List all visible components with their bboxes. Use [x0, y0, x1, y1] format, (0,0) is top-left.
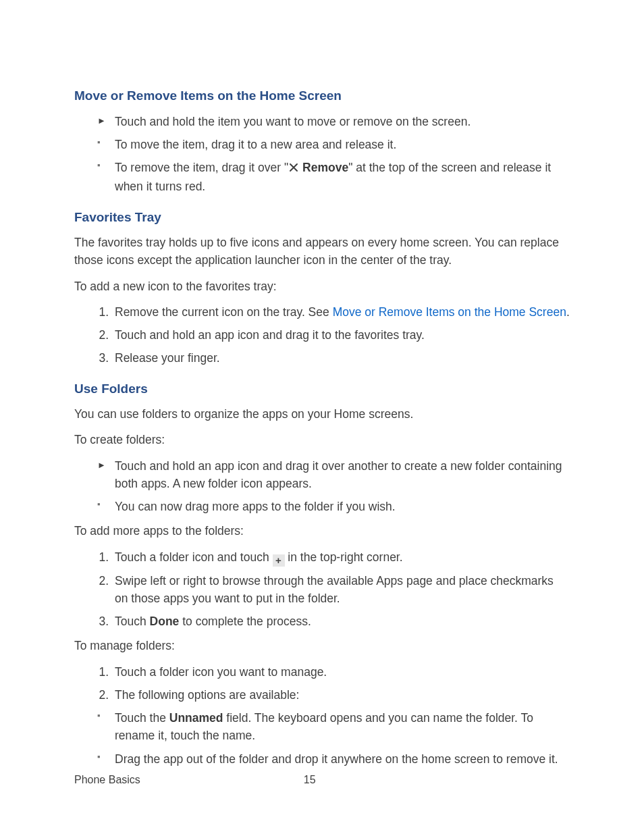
heading-move-remove: Move or Remove Items on the Home Screen	[74, 86, 570, 106]
text-fragment: To remove the item, drag it over "	[115, 161, 288, 174]
list-item: Remove the current icon on the tray. See…	[112, 303, 570, 321]
text-fragment: to complete the process.	[179, 615, 311, 628]
paragraph: To add a new icon to the favorites tray:	[74, 278, 570, 295]
footer-page-number: 15	[304, 772, 316, 788]
list-add-apps: Touch a folder icon and touch + in the t…	[74, 548, 570, 631]
link-move-remove-xref[interactable]: Move or Remove Items on the Home Screen	[333, 305, 566, 319]
list-move-remove-sub: To move the item, drag it to a new area …	[74, 136, 570, 196]
paragraph: To add more apps to the folders:	[74, 522, 570, 540]
list-item: Drag the app out of the folder and drop …	[112, 750, 570, 768]
close-x-icon	[288, 160, 299, 178]
unnamed-label: Unnamed	[169, 711, 223, 725]
text-fragment: .	[566, 305, 570, 319]
done-label: Done	[150, 615, 180, 628]
list-item: Swipe left or right to browse through th…	[112, 572, 570, 608]
list-item: Touch Done to complete the process.	[112, 613, 570, 630]
list-item: Touch and hold an app icon and drag it o…	[112, 457, 570, 493]
list-item: Touch a folder icon you want to manage.	[112, 663, 570, 681]
list-create-folder-sub: You can now drag more apps to the folder…	[74, 498, 570, 515]
list-item: The following options are available:	[112, 686, 570, 704]
list-item: Touch the Unnamed field. The keyboard op…	[112, 709, 570, 745]
paragraph: You can use folders to organize the apps…	[74, 405, 570, 423]
remove-label: Remove	[302, 161, 348, 174]
list-item: Touch and hold an app icon and drag it t…	[112, 326, 570, 344]
list-create-folder-top: Touch and hold an app icon and drag it o…	[74, 457, 570, 493]
footer-section-name: Phone Basics	[74, 772, 140, 788]
paragraph: The favorites tray holds up to five icon…	[74, 234, 570, 269]
list-move-remove-top: Touch and hold the item you want to move…	[74, 113, 570, 130]
list-item: Release your finger.	[112, 349, 570, 367]
list-manage-sub: Touch the Unnamed field. The keyboard op…	[74, 709, 570, 768]
page-body: Move or Remove Items on the Home Screen …	[0, 0, 644, 834]
heading-favorites: Favorites Tray	[74, 208, 570, 228]
text-fragment: Remove the current icon on the tray. See	[115, 305, 333, 319]
paragraph: To manage folders:	[74, 637, 570, 654]
list-item: To remove the item, drag it over " Remov…	[112, 159, 570, 196]
list-item: You can now drag more apps to the folder…	[112, 498, 570, 515]
text-fragment: Touch a folder icon and touch	[115, 550, 273, 564]
list-item: Touch and hold the item you want to move…	[112, 113, 570, 130]
text-fragment: in the top-right corner.	[285, 550, 403, 564]
list-item: To move the item, drag it to a new area …	[112, 136, 570, 153]
list-manage-folders: Touch a folder icon you want to manage. …	[74, 663, 570, 704]
plus-icon: +	[273, 554, 285, 567]
list-item: Touch a folder icon and touch + in the t…	[112, 548, 570, 567]
paragraph: To create folders:	[74, 431, 570, 448]
text-fragment: Touch the	[115, 711, 169, 725]
list-favorites-steps: Remove the current icon on the tray. See…	[74, 303, 570, 367]
text-fragment: Touch	[115, 615, 150, 628]
page-footer: Phone Basics 15	[74, 772, 570, 788]
heading-use-folders: Use Folders	[74, 380, 570, 399]
